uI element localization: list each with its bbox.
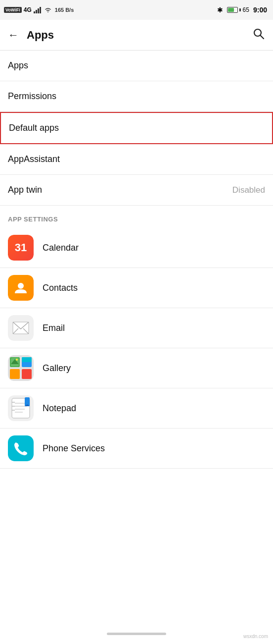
calendar-app-icon: 31 — [8, 235, 34, 261]
gallery-app-icon — [8, 355, 34, 381]
svg-rect-10 — [22, 369, 32, 379]
contacts-app-icon — [8, 275, 34, 301]
app-item-calendar[interactable]: 31 Calendar — [0, 228, 273, 268]
menu-item-apps[interactable]: Apps — [0, 51, 273, 81]
menu-list: Apps Permissions Default apps AppAssista… — [0, 51, 273, 206]
gallery-app-name: Gallery — [43, 363, 71, 374]
search-icon[interactable] — [252, 27, 265, 43]
svg-rect-14 — [22, 357, 32, 362]
home-indicator — [107, 633, 166, 635]
menu-label-apps: Apps — [8, 60, 28, 71]
status-bar: VoWiFi 4G 165 B/s ✱ 65 9:00 — [0, 0, 273, 20]
contacts-app-name: Contacts — [43, 283, 78, 293]
signal-bars — [34, 6, 41, 13]
app-item-email[interactable]: Email — [0, 308, 273, 348]
app-item-notepad[interactable]: Notepad — [0, 388, 273, 429]
calendar-icon: 31 — [8, 235, 34, 261]
status-left: VoWiFi 4G 165 B/s — [4, 6, 74, 13]
svg-point-13 — [16, 359, 18, 361]
notepad-app-icon — [8, 395, 34, 421]
status-right: ✱ 65 9:00 — [217, 6, 267, 14]
notepad-app-name: Notepad — [43, 403, 76, 414]
phone-icon — [8, 435, 34, 461]
app-item-contacts[interactable]: Contacts — [0, 268, 273, 308]
network-speed: 165 B/s — [55, 7, 74, 13]
menu-label-default-apps: Default apps — [9, 123, 59, 133]
menu-item-permissions[interactable]: Permissions — [0, 81, 273, 112]
email-app-name: Email — [43, 323, 65, 333]
menu-label-app-twin: App twin — [8, 185, 42, 195]
menu-label-appassistant: AppAssistant — [8, 154, 60, 164]
app-item-gallery[interactable]: Gallery — [0, 348, 273, 388]
email-icon — [8, 315, 34, 341]
menu-label-permissions: Permissions — [8, 91, 56, 102]
watermark: wsxdn.com — [243, 634, 268, 639]
back-button[interactable]: ← — [8, 29, 19, 42]
vowifi-badge: VoWiFi — [4, 7, 22, 13]
contacts-icon — [8, 275, 34, 301]
app-settings-list: 31 Calendar Contacts — [0, 228, 273, 469]
network-type: 4G — [24, 6, 32, 13]
battery-percent: 65 — [243, 6, 249, 13]
page-title: Apps — [27, 29, 252, 42]
menu-value-app-twin: Disabled — [232, 185, 265, 195]
header: ← Apps — [0, 20, 273, 51]
notepad-icon — [8, 395, 34, 421]
phone-services-app-name: Phone Services — [43, 443, 105, 454]
section-header-app-settings: APP SETTINGS — [0, 206, 273, 228]
gallery-icon — [8, 355, 34, 381]
battery-indicator: 65 — [227, 6, 249, 13]
clock: 9:00 — [253, 6, 267, 14]
app-item-phone-services[interactable]: Phone Services — [0, 429, 273, 469]
svg-rect-9 — [10, 369, 20, 379]
bluetooth-icon: ✱ — [217, 6, 223, 14]
menu-item-default-apps[interactable]: Default apps — [0, 112, 273, 144]
email-app-icon — [8, 315, 34, 341]
menu-item-appassistant[interactable]: AppAssistant — [0, 144, 273, 175]
calendar-app-name: Calendar — [43, 243, 79, 253]
menu-item-app-twin[interactable]: App twin Disabled — [0, 175, 273, 206]
svg-line-1 — [261, 35, 264, 39]
svg-point-2 — [18, 283, 24, 289]
phone-services-app-icon — [8, 435, 34, 461]
wifi-icon — [44, 6, 52, 13]
